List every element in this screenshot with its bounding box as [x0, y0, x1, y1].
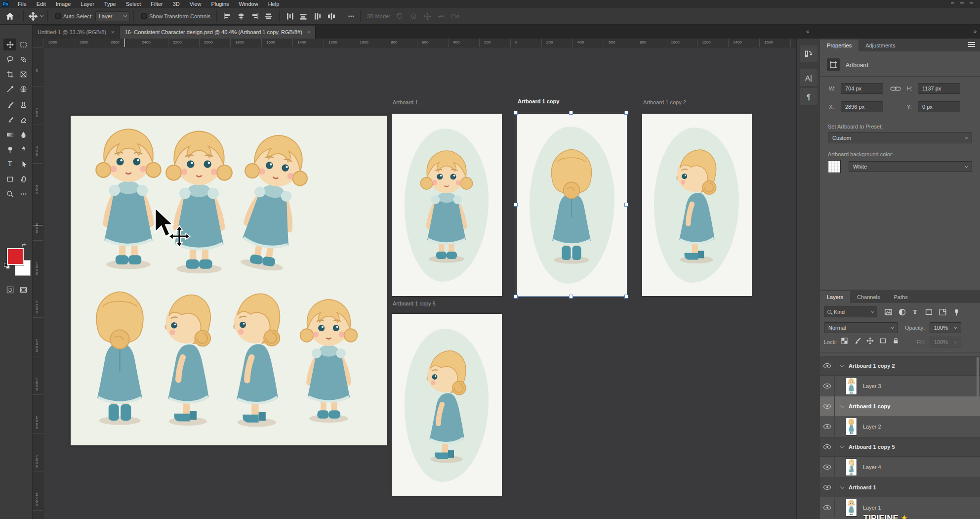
menu-plugins[interactable]: Plugins [206, 0, 234, 8]
expand-chevron-icon[interactable] [840, 484, 844, 488]
3d-camera-icon[interactable] [451, 12, 459, 20]
visibility-toggle[interactable] [820, 437, 835, 456]
preset-dropdown[interactable]: Custom [828, 132, 972, 143]
link-dimensions-icon[interactable] [890, 86, 901, 92]
tab-properties[interactable]: Properties [820, 40, 858, 51]
filter-pin-icon[interactable] [952, 308, 961, 316]
artboard-bg-color-swatch[interactable] [828, 160, 841, 173]
healing-brush-tool[interactable] [17, 53, 30, 65]
3d-orbit-icon[interactable] [396, 12, 404, 20]
filter-shape-layers-icon[interactable] [925, 308, 933, 316]
x-field[interactable]: 2896 px [841, 101, 883, 112]
layer-thumbnail[interactable] [846, 377, 857, 395]
expand-chevron-icon[interactable] [840, 403, 844, 407]
align-left-edges-icon[interactable] [223, 12, 231, 20]
layer-thumbnail[interactable] [846, 418, 857, 435]
paragraph-panel-icon[interactable]: ¶ [800, 88, 817, 105]
expand-panels-icon[interactable]: » [974, 28, 976, 34]
y-field[interactable]: 0 px [918, 101, 960, 112]
auto-select-target-dropdown[interactable]: Layer [95, 11, 130, 21]
close-tab-icon[interactable]: × [111, 29, 114, 35]
tab-untitled-1[interactable]: Untitled-1 @ 33.3% (RGB/8)× [33, 26, 120, 39]
visibility-toggle[interactable] [820, 478, 835, 497]
tab-adjustments[interactable]: Adjustments [858, 40, 902, 51]
visibility-toggle[interactable] [820, 396, 835, 416]
3d-slide-icon[interactable] [437, 12, 445, 20]
brush-tool[interactable] [3, 99, 16, 111]
move-tool[interactable] [3, 39, 16, 50]
history-brush-tool[interactable] [3, 114, 16, 126]
frame-tool[interactable] [17, 68, 30, 80]
foreground-color-swatch[interactable] [7, 248, 24, 265]
lock-transparency-icon[interactable] [841, 337, 848, 345]
layer-row-artboard-1-copy-2[interactable]: Artboard 1 copy 2 [820, 356, 980, 376]
gradient-tool[interactable] [3, 129, 16, 140]
filter-adjustment-layers-icon[interactable] [898, 308, 906, 316]
opacity-dropdown[interactable]: 100% [930, 322, 961, 333]
layer-thumbnail[interactable] [846, 499, 857, 517]
tab-layers[interactable]: Layers [820, 291, 850, 303]
ruler-horizontal[interactable]: 3000280026002400220020001800160014001200… [43, 39, 796, 47]
expand-chevron-icon[interactable] [840, 363, 844, 367]
distribute-horizontal-icon[interactable] [286, 12, 294, 20]
height-field[interactable]: 1137 px [918, 83, 960, 94]
transform-handle[interactable] [624, 295, 628, 299]
menu-type[interactable]: Type [99, 0, 121, 8]
transform-handle[interactable] [514, 295, 518, 299]
lasso-tool[interactable] [3, 53, 16, 65]
type-tool[interactable]: T [3, 158, 16, 170]
blur-tool[interactable] [17, 129, 30, 140]
artboard-bg-color-dropdown[interactable]: White [849, 161, 972, 172]
menu-window[interactable]: Window [234, 0, 263, 8]
blend-mode-dropdown[interactable]: Normal [824, 322, 898, 333]
lock-artboard-icon[interactable] [879, 337, 887, 345]
edit-toolbar-icon[interactable] [17, 188, 30, 200]
rectangle-tool[interactable] [3, 173, 16, 185]
tab-paths[interactable]: Paths [887, 291, 915, 303]
patch-tool[interactable] [17, 83, 30, 95]
menu-select[interactable]: Select [121, 0, 146, 8]
expand-chevron-icon[interactable] [840, 444, 844, 448]
layer-row-layer-4[interactable]: Layer 4 [820, 457, 980, 477]
pen-tool[interactable] [17, 143, 30, 155]
distribute-left-icon[interactable] [314, 12, 322, 20]
path-selection-tool[interactable] [17, 158, 30, 170]
transform-handle[interactable] [514, 203, 518, 207]
marquee-tool[interactable] [17, 39, 30, 50]
more-align-options-button[interactable]: ••• [348, 14, 354, 19]
filter-type-layers-icon[interactable]: T [913, 308, 917, 316]
canvas-area[interactable]: Artboard 1 Artboard 1 copy Artboard 1 co… [43, 47, 796, 519]
width-field[interactable]: 704 px [841, 83, 883, 94]
artboard-label[interactable]: Artboard 1 [393, 99, 418, 105]
menu-edit[interactable]: Edit [32, 0, 51, 8]
visibility-toggle[interactable] [820, 356, 835, 375]
character-panel-icon[interactable]: A| [800, 69, 817, 86]
history-panel-icon[interactable] [800, 45, 817, 62]
layer-filter-kind-dropdown[interactable]: Kind [824, 306, 877, 317]
layer-row-artboard-1-copy[interactable]: Artboard 1 copy [820, 396, 980, 416]
menu-help[interactable]: Help [263, 0, 285, 8]
layer-row-artboard-1-copy-5[interactable]: Artboard 1 copy 5 [820, 437, 980, 457]
ruler-origin-corner[interactable] [33, 39, 43, 47]
distribute-center-icon[interactable] [327, 12, 335, 20]
reference-character-sheet-image[interactable] [71, 116, 387, 445]
visibility-toggle[interactable] [820, 457, 835, 477]
move-tool-preset-icon[interactable] [27, 12, 44, 21]
dodge-tool[interactable] [3, 143, 16, 155]
artboard-1-copy-5[interactable] [392, 314, 502, 496]
transform-handle[interactable] [569, 111, 573, 115]
ruler-vertical[interactable]: 0200400600800100012001400160018002000220… [33, 47, 43, 519]
align-horizontal-centers-icon[interactable] [237, 12, 245, 20]
menu-image[interactable]: Image [51, 0, 76, 8]
visibility-toggle[interactable] [820, 498, 835, 518]
lock-position-icon[interactable] [866, 337, 874, 345]
home-button[interactable] [0, 12, 20, 21]
layer-thumbnail[interactable] [846, 458, 857, 476]
layer-row-artboard-1[interactable]: Artboard 1 [820, 477, 980, 497]
artboard-1-copy-2[interactable] [642, 114, 752, 296]
layer-row-layer-2[interactable]: Layer 2 [820, 417, 980, 436]
artboard-1[interactable] [392, 114, 502, 296]
visibility-toggle[interactable] [820, 376, 835, 396]
clone-stamp-tool[interactable] [17, 99, 30, 111]
menu-filter[interactable]: Filter [146, 0, 167, 8]
